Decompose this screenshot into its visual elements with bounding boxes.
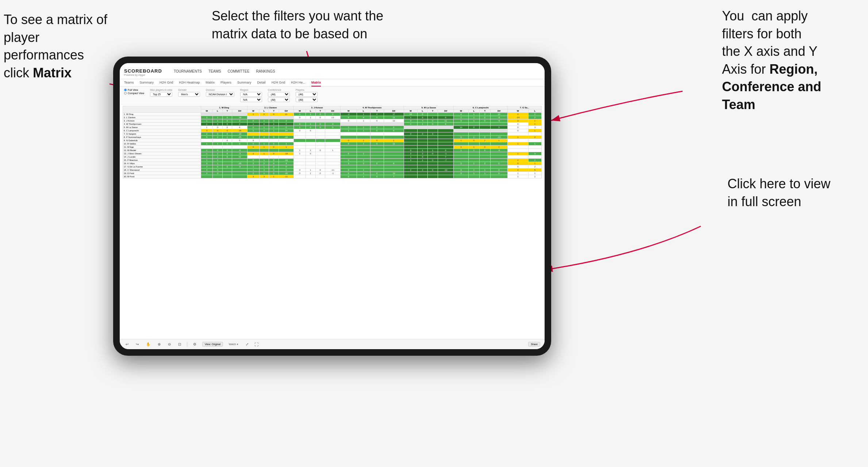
filter-conference-select1[interactable]: (All) [268, 92, 290, 97]
filter-players-select1[interactable]: (All) [296, 92, 318, 97]
filter-gender-select[interactable]: Men's [178, 92, 200, 97]
table-row: 13. J Skov Olesen 110-3 210-19 10 01 220… [123, 152, 542, 155]
table-row: 7. G Sargent 200-16 003 [123, 132, 542, 136]
fit-button[interactable]: ⊡ [177, 341, 183, 347]
filter-players-label: Players [296, 89, 318, 91]
radio-compact-view[interactable]: Compact View [124, 92, 144, 94]
filter-region-select2[interactable]: N/A [240, 97, 262, 102]
filters-row: Full View Compact View Max players in vi… [120, 87, 545, 104]
tab-h2h-grid[interactable]: H2H Grid [160, 81, 173, 86]
zoom-in-button[interactable]: ⊕ [156, 341, 162, 347]
tab-h2h-heatmap[interactable]: H2H Heatmap [179, 81, 200, 86]
nav-committee[interactable]: COMMITTEE [227, 69, 249, 75]
th-col7-name: 7. G Sa... [508, 106, 542, 109]
bottom-toolbar: ↩ ↪ ✋ ⊕ ⊖ ⊡ ⚙ View: Original Watch ▾ ⤢ ⛶… [120, 339, 545, 349]
filter-division-select[interactable]: NCAA Division I [206, 92, 234, 97]
tablet-frame: SCOREBOARD Powered by clippd TOURNAMENTS… [113, 57, 551, 356]
tab-players-summary[interactable]: Summary [237, 81, 251, 86]
filter-division: Division NCAA Division I [206, 89, 234, 97]
table-row: 16. K Vilips 31-25 2204 3308 0100 01 [123, 162, 542, 165]
pan-button[interactable]: ✋ [145, 341, 152, 347]
view-original-button[interactable]: View: Original [202, 342, 223, 347]
annotation-right: You can apply filters for both the X axi… [722, 7, 857, 114]
table-row: 15. P Maichon 11 010-19 01 410-7 22 [123, 159, 542, 162]
redo-button[interactable]: ↪ [134, 341, 140, 347]
table-row: 1. W Ding 12011 1100 -21217 130 01013 02 [123, 113, 542, 116]
filter-gender-label: Gender [178, 89, 200, 91]
table-row: 10. B Valdes 1100 0101 01011 11 [123, 142, 542, 146]
logo-sub: Powered by clippd [124, 74, 162, 76]
zoom-out-button[interactable]: ⊖ [166, 341, 172, 347]
th-player-name [123, 106, 201, 113]
annotation-bottom-right: Click here to view in full screen [727, 175, 848, 211]
table-row: 4. M Thorbjornsen 1002 1010 0103 1106 01 [123, 123, 542, 126]
nav-links: TOURNAMENTS TEAMS COMMITTEE RANKINGS [174, 69, 275, 75]
table-row: 17. S De La Fuente 200-8 1100 02 [123, 165, 542, 169]
matrix-table: 1. W Ding 2. L Clanton 3. J Koivun 4. M … [123, 106, 542, 178]
filter-division-label: Division [206, 89, 234, 91]
sub-nav: Teams Summary H2H Grid H2H Heatmap Matri… [120, 79, 545, 87]
tab-summary[interactable]: Summary [140, 81, 154, 86]
tab-matrix[interactable]: Matrix [206, 81, 215, 86]
filter-region: Region N/A N/A [240, 89, 262, 102]
nav-rankings[interactable]: RANKINGS [256, 69, 275, 75]
fullscreen-button[interactable]: ⛶ [254, 342, 258, 347]
table-row: 2. L Clanton 210-16 01013 04011 1010 110… [123, 116, 542, 119]
filter-region-select1[interactable]: N/A [240, 92, 262, 97]
table-row: 12. M Riedel 100-6 1101 0110 110-6 [123, 149, 542, 152]
filter-conference-select2[interactable]: (All) [268, 97, 290, 102]
tab-detail[interactable]: Detail [257, 81, 266, 86]
filter-region-label: Region [240, 89, 262, 91]
th-col2-name: 2. L Clanton [247, 106, 294, 109]
filter-max-label: Max players in view [150, 89, 172, 91]
th-col1-name: 1. W Ding [201, 106, 247, 109]
table-row: 6. C Lamprecht 300-16 24124 30 1106 01 [123, 129, 542, 132]
nav-bar: SCOREBOARD Powered by clippd TOURNAMENTS… [120, 63, 545, 79]
tab-players[interactable]: Players [220, 81, 231, 86]
tab-h2h-he[interactable]: H2H He... [291, 81, 306, 86]
table-row: 14. J Lundin 11010 107 [123, 155, 542, 159]
radio-full-view[interactable]: Full View [124, 89, 144, 91]
th-col4-name: 4. M Thorbjornsen [340, 106, 404, 109]
filter-conference: Conference (All) (All) [268, 89, 290, 102]
table-row: 9. N Gabrelcik 00 9 0101 1011 [123, 139, 542, 142]
filter-players: Players (All) (All) [296, 89, 318, 102]
table-row: 8. P Summerhays 521-45 220-16 010-13 12 [123, 136, 542, 139]
table-row: 5. M La Sasso 1006 0100 1000 1100 1303 0… [123, 126, 542, 129]
th-col5-name: 5. M La Sasso [404, 106, 453, 109]
annotation-middle: Select the filters you want the matrix d… [212, 7, 394, 43]
logo-main: SCOREBOARD [124, 68, 162, 74]
tab-teams[interactable]: Teams [124, 81, 134, 86]
table-row: 20. M Ford 331-11 0107 11 [123, 175, 542, 178]
filter-max-select[interactable]: Top 25 [150, 92, 172, 97]
toolbar-divider [187, 342, 187, 347]
filter-max-players: Max players in view Top 25 [150, 89, 172, 97]
watch-button[interactable]: Watch ▾ [227, 342, 240, 347]
tablet-screen: SCOREBOARD Powered by clippd TOURNAMENTS… [120, 63, 545, 349]
annotation-left: To see a matrix of player performances c… [4, 11, 117, 82]
th-col6-name: 6. C Lamprecht [454, 106, 508, 109]
table-row: 3. J Koivun 1102 0102 01013 04011 010-6 … [123, 119, 542, 123]
filter-players-select2[interactable]: (All) [296, 97, 318, 102]
tab-h2h-grid2[interactable]: H2H Grid [272, 81, 285, 86]
share-button[interactable]: Share [528, 342, 540, 347]
settings-button[interactable]: ⚙ [192, 341, 198, 347]
expand-button[interactable]: ⤢ [244, 341, 250, 347]
undo-button[interactable]: ↩ [124, 341, 130, 347]
table-row: 18. C Sherwood 20 1300 010-11 01 220-10 … [123, 169, 542, 172]
th-col3-name: 3. J Koivun [294, 106, 340, 109]
filter-conference-label: Conference [268, 89, 290, 91]
tab-matrix-active[interactable]: Matrix [311, 81, 321, 86]
nav-tournaments[interactable]: TOURNAMENTS [174, 69, 202, 75]
filter-gender: Gender Men's [178, 89, 200, 97]
nav-teams[interactable]: TEAMS [208, 69, 221, 75]
table-row: 19. D Ford 20 210-20 010-1 01013 0110 11 [123, 172, 542, 175]
view-options: Full View Compact View [124, 89, 144, 94]
scoreboard-logo: SCOREBOARD Powered by clippd [124, 68, 162, 76]
table-row: 11. M Ege 0101 0104 [123, 146, 542, 149]
matrix-area: 1. W Ding 2. L Clanton 3. J Koivun 4. M … [120, 104, 545, 339]
